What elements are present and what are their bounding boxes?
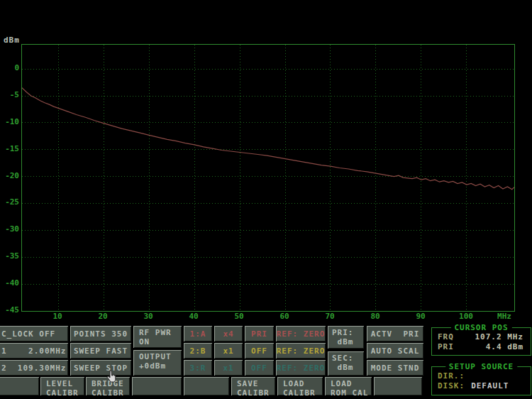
btn-ch2-input[interactable]: 2:B <box>184 343 212 359</box>
x-tick-label: 50 <box>223 312 255 321</box>
btn-actv-pri[interactable]: ACTV PRI <box>367 326 423 341</box>
x-tick-label: 100 <box>450 312 482 321</box>
btn-load-calibr[interactable]: LOAD CALIBR <box>277 377 323 395</box>
btn-blank-4[interactable] <box>374 377 422 395</box>
btn-ch3-mode[interactable]: OFF <box>245 360 274 376</box>
y-tick-label: -40 <box>0 279 19 288</box>
cursor-pos-title: CURSOR POS <box>450 323 511 332</box>
x-axis-unit-label: MHz <box>489 312 520 321</box>
x-tick-label: 80 <box>360 312 391 321</box>
disk-label: DISK: <box>438 381 465 391</box>
btn-ch1-ref[interactable]: REF: ZERO <box>276 326 326 341</box>
cursor-frq-value: 107.2 MHz <box>475 332 523 342</box>
btn-pri-units[interactable]: PRI: dBm <box>328 326 364 349</box>
btn-sec-units[interactable]: SEC: dBm <box>328 351 364 376</box>
btn-ch2-scale[interactable]: x1 <box>214 343 243 359</box>
disk-value: DEFAULT <box>471 381 509 391</box>
y-tick-label: -25 <box>0 198 19 207</box>
cursor-pri-value: 4.4 dBm <box>486 342 523 352</box>
btn-rf-power[interactable]: RF PWR ON <box>133 326 182 348</box>
btn-load-rom-cal[interactable]: LOAD ROM CAL <box>325 377 372 395</box>
btn-blank-1[interactable] <box>0 377 39 395</box>
btn-ch2-ref[interactable]: REF: ZERO <box>276 343 326 359</box>
y-tick-label: -5 <box>0 91 19 99</box>
btn-ch1-input[interactable]: 1:A <box>184 326 212 341</box>
btn-auto-scal[interactable]: AUTO SCAL <box>367 343 423 359</box>
btn-lock[interactable]: C_LOCK OFF <box>0 326 68 341</box>
setup-source-title: SETUP SOURCE <box>445 362 517 371</box>
pointer-hand-icon <box>106 370 118 388</box>
btn-blank-3[interactable] <box>184 377 229 395</box>
btn-sweep-stop[interactable]: SWEEP STOP <box>70 360 131 376</box>
y-tick-label: -35 <box>0 252 19 261</box>
btn-output-level[interactable]: OUTPUT +0dBm <box>133 350 182 376</box>
x-tick-label: 10 <box>42 312 73 321</box>
plot-area[interactable] <box>21 44 515 312</box>
y-tick-label: -10 <box>0 118 19 126</box>
instrument-screen: dBm 0-5-10-15-20-25-30-35-40-45102030405… <box>0 0 532 399</box>
btn-ch1-scale[interactable]: x4 <box>214 326 243 341</box>
y-tick-label: -45 <box>0 306 19 315</box>
y-tick-label: 0 <box>0 64 19 72</box>
x-tick-label: 90 <box>405 312 436 321</box>
btn-level-calibr[interactable]: LEVEL CALIBR <box>40 377 84 395</box>
y-axis-unit-label: dBm <box>4 35 20 45</box>
btn-mode-stnd[interactable]: MODE STND <box>367 360 423 376</box>
btn-sweep-fast[interactable]: SWEEP FAST <box>70 343 131 359</box>
btn-stop-freq[interactable]: 2 109.30MHz <box>0 360 68 376</box>
x-tick-label: 40 <box>178 312 209 321</box>
y-tick-label: -20 <box>0 172 19 180</box>
btn-ch3-input[interactable]: 3:R <box>184 360 212 376</box>
btn-ch2-mode[interactable]: OFF <box>245 343 274 359</box>
x-tick-label: 60 <box>269 312 300 321</box>
x-tick-label: 70 <box>314 312 345 321</box>
btn-ch1-mode[interactable]: PRI <box>245 326 274 341</box>
y-tick-label: -30 <box>0 225 19 234</box>
dir-label: DIR.: <box>438 371 465 381</box>
btn-points[interactable]: POINTS 350 <box>70 326 131 341</box>
btn-ch3-scale[interactable]: x1 <box>214 360 243 376</box>
btn-ch3-ref[interactable]: REF: ZERO <box>276 360 326 376</box>
btn-blank-2[interactable] <box>132 377 182 395</box>
btn-save-calibr[interactable]: SAVE CALIBR <box>231 377 275 395</box>
setup-source-panel: SETUP SOURCE DIR.: DISK: DEFAULT <box>431 366 531 395</box>
btn-start-freq[interactable]: 1 2.00MHz <box>0 343 68 359</box>
cursor-frq-label: FRQ <box>438 332 454 342</box>
cursor-pri-label: PRI <box>438 342 454 352</box>
x-tick-label: 30 <box>133 312 164 321</box>
x-tick-label: 20 <box>87 312 118 321</box>
cursor-pos-panel: CURSOR POS FRQ 107.2 MHz PRI 4.4 dBm <box>431 327 531 356</box>
y-tick-label: -15 <box>0 145 19 153</box>
